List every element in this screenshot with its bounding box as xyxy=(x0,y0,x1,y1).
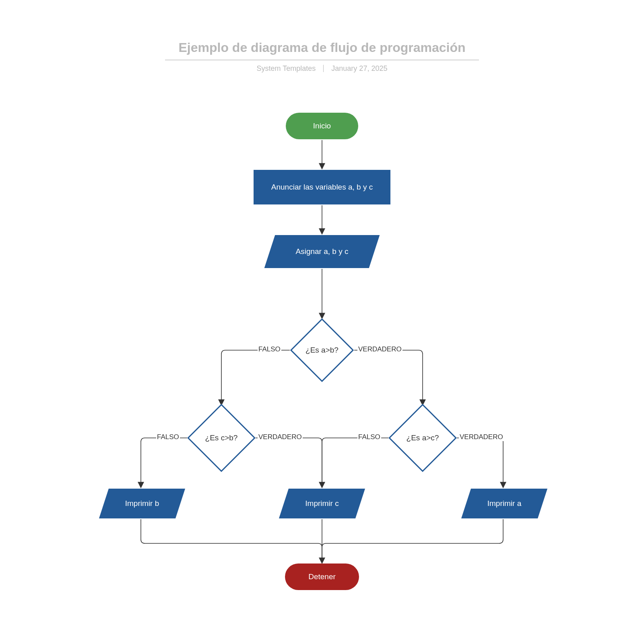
node-start: Inicio xyxy=(286,113,358,139)
node-cond-ab-label: ¿Es a>b? xyxy=(299,328,345,373)
node-print-b: Imprimir b xyxy=(104,489,180,518)
edge-cb-true: VERDADERO xyxy=(258,433,303,441)
node-print-c-label: Imprimir c xyxy=(284,489,360,518)
diagram-title: Ejemplo de diagrama de flujo de programa… xyxy=(0,40,644,55)
node-stop-label: Detener xyxy=(308,572,336,581)
node-declare: Anunciar las variables a, b y c xyxy=(254,170,390,204)
meta-separator xyxy=(323,65,324,72)
node-assign: Asignar a, b y c xyxy=(270,235,374,268)
node-print-a: Imprimir a xyxy=(466,489,543,518)
flowchart-canvas: Ejemplo de diagrama de flujo de programa… xyxy=(0,0,644,644)
node-cond-cb: ¿Es c>b? xyxy=(197,414,246,462)
title-underline xyxy=(165,60,479,60)
edge-ac-false: FALSO xyxy=(357,433,381,441)
diagram-meta: System Templates January 27, 2025 xyxy=(0,64,644,73)
node-start-label: Inicio xyxy=(313,122,331,130)
node-print-b-label: Imprimir b xyxy=(104,489,180,518)
node-cond-ab: ¿Es a>b? xyxy=(299,328,345,373)
node-assign-label: Asignar a, b y c xyxy=(270,235,374,268)
node-print-c: Imprimir c xyxy=(284,489,360,518)
edge-ac-true: VERDADERO xyxy=(459,433,504,441)
node-cond-ac: ¿Es a>c? xyxy=(398,414,447,462)
node-print-a-label: Imprimir a xyxy=(466,489,543,518)
node-stop: Detener xyxy=(285,564,359,590)
node-declare-label: Anunciar las variables a, b y c xyxy=(271,183,373,192)
edge-ab-true: VERDADERO xyxy=(357,345,402,353)
edge-ab-false: FALSO xyxy=(258,345,281,353)
edge-cb-false: FALSO xyxy=(156,433,180,441)
author-label: System Templates xyxy=(257,64,316,72)
node-cond-cb-label: ¿Es c>b? xyxy=(197,414,246,462)
node-cond-ac-label: ¿Es a>c? xyxy=(398,414,447,462)
date-label: January 27, 2025 xyxy=(331,64,387,72)
